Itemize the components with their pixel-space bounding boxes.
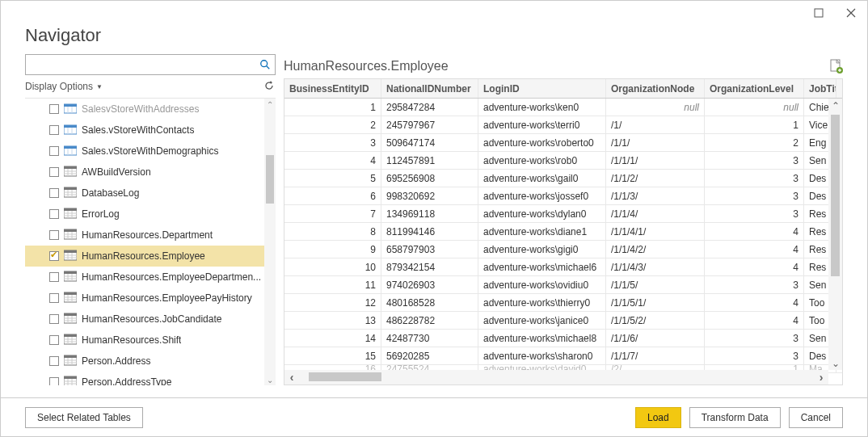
checkbox[interactable] [49, 230, 59, 240]
table-row[interactable]: 13486228782adventure-works\janice0/1/1/5… [284, 312, 842, 330]
display-options-dropdown[interactable]: Display Options ▼ [25, 81, 103, 92]
cell: 480168528 [381, 294, 478, 311]
table-row[interactable]: 6998320692adventure-works\jossef0/1/1/3/… [284, 187, 842, 205]
maximize-button[interactable] [803, 1, 835, 25]
checkbox[interactable] [49, 104, 59, 114]
tree-item[interactable]: HumanResources.Department [25, 225, 276, 246]
select-related-tables-button[interactable]: Select Related Tables [25, 407, 143, 428]
checkbox[interactable] [49, 293, 59, 303]
checkbox[interactable] [49, 356, 59, 366]
tree-item[interactable]: HumanResources.EmployeePayHistory [25, 288, 276, 309]
table-row[interactable]: 7134969118adventure-works\dylan0/1/1/4/3… [284, 205, 842, 223]
cell: adventure-works\rob0 [478, 152, 606, 169]
tree-item[interactable]: HumanResources.Shift [25, 330, 276, 351]
cell: 4 [705, 241, 804, 258]
table-row[interactable]: 11974026903adventure-works\ovidiu0/1/1/5… [284, 276, 842, 294]
scroll-down-icon[interactable]: ⌄ [264, 374, 276, 385]
refresh-button[interactable] [263, 79, 276, 95]
grid-scroll-h-thumb[interactable] [309, 372, 381, 381]
cell: 295847284 [381, 99, 478, 116]
tree-scroll[interactable]: SalesvStoreWithAddressesSales.vStoreWith… [25, 99, 276, 385]
load-button[interactable]: Load [635, 407, 681, 428]
grid-scroll-v-thumb[interactable] [831, 115, 840, 276]
view-icon [64, 124, 77, 137]
close-button[interactable] [835, 1, 867, 25]
tree-item[interactable]: Sales.vStoreWithDemographics [25, 141, 276, 162]
tree-item[interactable]: HumanResources.Employee [25, 246, 276, 267]
tree-item-label: ErrorLog [82, 208, 120, 220]
tree-item[interactable]: DatabaseLog [25, 183, 276, 204]
search-box[interactable] [25, 54, 276, 75]
tree-item[interactable]: Sales.vStoreWithContacts [25, 120, 276, 141]
tree-item[interactable]: HumanResources.JobCandidate [25, 309, 276, 330]
table-row[interactable]: 9658797903adventure-works\gigi0/1/1/4/2/… [284, 241, 842, 258]
scroll-up-icon[interactable]: ⌃ [828, 99, 842, 112]
dialog-header: Navigator [1, 25, 867, 54]
table-row[interactable]: 12480168528adventure-works\thierry0/1/1/… [284, 294, 842, 312]
cell: /1/1/4/2/ [606, 241, 705, 258]
cell: 12 [284, 294, 381, 311]
grid-scrollbar-vertical[interactable]: ⌃ ⌄ [828, 99, 842, 370]
cell: /1/1/5/1/ [606, 294, 705, 311]
grid-scrollbar-horizontal[interactable]: ‹ › [284, 370, 828, 384]
cancel-button[interactable]: Cancel [789, 407, 843, 428]
col-header[interactable]: LoginID [478, 79, 606, 98]
cell: /1/1/4/1/ [606, 223, 705, 240]
table-row[interactable]: 5695256908adventure-works\gail0/1/1/2/3D… [284, 170, 842, 187]
checkbox[interactable] [49, 251, 59, 261]
checkbox[interactable] [49, 377, 59, 385]
checkbox[interactable] [49, 125, 59, 135]
col-header[interactable]: NationalIDNumber [381, 79, 478, 98]
cell: 7 [284, 205, 381, 222]
tree-item[interactable]: Person.Address [25, 351, 276, 372]
left-panel: Display Options ▼ SalesvStoreWithAddress… [25, 54, 276, 385]
scroll-left-icon[interactable]: ‹ [284, 370, 299, 384]
checkbox[interactable] [49, 272, 59, 282]
col-header[interactable]: OrganizationLevel [705, 79, 804, 98]
cell: 811994146 [381, 223, 478, 240]
checkbox[interactable] [49, 188, 59, 198]
add-column-icon[interactable] [830, 59, 843, 74]
col-header[interactable]: OrganizationNode [606, 79, 705, 98]
table-row[interactable]: 3509647174adventure-works\roberto0/1/1/2… [284, 134, 842, 152]
table-row[interactable]: 4112457891adventure-works\rob0/1/1/1/3Se… [284, 152, 842, 170]
cell: 1 [284, 99, 381, 116]
cell: adventure-works\sharon0 [478, 347, 606, 364]
tree-item[interactable]: Person.AddressType [25, 372, 276, 385]
svg-rect-10 [64, 125, 77, 128]
checkbox[interactable] [49, 209, 59, 219]
table-row[interactable]: 1556920285adventure-works\sharon0/1/1/7/… [284, 347, 842, 365]
maximize-icon [814, 8, 824, 18]
cell: 134969118 [381, 205, 478, 222]
scroll-up-icon[interactable]: ⌃ [264, 99, 276, 110]
col-header[interactable]: BusinessEntityID [284, 79, 381, 98]
table-row[interactable]: 8811994146adventure-works\diane1/1/1/4/1… [284, 223, 842, 241]
tree-item[interactable]: ErrorLog [25, 204, 276, 225]
tree-item-label: DatabaseLog [82, 187, 139, 199]
tree-item[interactable]: HumanResources.EmployeeDepartmen... [25, 267, 276, 288]
tree-scrollbar[interactable]: ⌃ ⌄ [264, 99, 276, 385]
search-input[interactable] [30, 56, 259, 74]
cell: 998320692 [381, 187, 478, 204]
transform-data-button[interactable]: Transform Data [689, 407, 781, 428]
checkbox[interactable] [49, 167, 59, 177]
cell: 56920285 [381, 347, 478, 364]
table-row[interactable]: 10879342154adventure-works\michael6/1/1/… [284, 258, 842, 276]
tree-item[interactable]: SalesvStoreWithAddresses [25, 99, 276, 120]
cell: 3 [705, 330, 804, 347]
table-row[interactable]: 1295847284adventure-works\ken0nullnullCh… [284, 99, 842, 116]
tree-scrollbar-thumb[interactable] [266, 155, 274, 204]
table-row[interactable]: 1442487730adventure-works\michael8/1/1/6… [284, 330, 842, 347]
cell: 2 [705, 134, 804, 151]
checkbox[interactable] [49, 335, 59, 345]
tree-item[interactable]: AWBuildVersion [25, 162, 276, 183]
scroll-right-icon[interactable]: › [814, 370, 828, 384]
checkbox[interactable] [49, 314, 59, 324]
col-header[interactable]: JobTitle [804, 79, 836, 98]
table-row[interactable]: 2245797967adventure-works\terri0/1/1Vice [284, 116, 842, 134]
svg-rect-48 [64, 271, 77, 274]
table-icon [64, 229, 77, 242]
svg-point-3 [261, 61, 268, 67]
scroll-down-icon[interactable]: ⌄ [828, 356, 842, 370]
checkbox[interactable] [49, 146, 59, 156]
